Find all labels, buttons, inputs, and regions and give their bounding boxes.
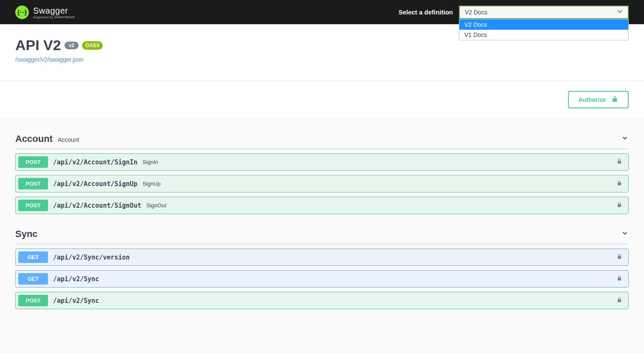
- method-badge: GET: [18, 273, 48, 285]
- tag-name: Account: [15, 133, 53, 144]
- brand-name: Swagger: [33, 6, 75, 16]
- tag-section-sync: Sync GET /api/v2/Sync/version GET /api/v…: [15, 224, 629, 309]
- spec-url-link[interactable]: /swagger/v2/swagger.json: [15, 56, 84, 63]
- op-account-signin[interactable]: POST /api/v2/Account/SignIn SignIn: [15, 153, 629, 171]
- method-badge: POST: [18, 178, 48, 189]
- definition-dropdown: V2 Docs V1 Docs: [459, 19, 629, 40]
- tag-description: Account: [58, 136, 79, 143]
- logo-text: Swagger Supported by SMARTBEAR: [33, 6, 75, 19]
- definition-option-v1[interactable]: V1 Docs: [459, 30, 628, 40]
- op-path: /api/v2/Sync: [53, 275, 99, 283]
- topbar: {···} Swagger Supported by SMARTBEAR Sel…: [0, 0, 644, 24]
- definition-select-wrap: V2 Docs V2 Docs V1 Docs: [459, 6, 629, 19]
- method-badge: POST: [18, 156, 48, 168]
- definition-selector: Select a definition V2 Docs V2 Docs V1 D…: [399, 6, 629, 19]
- oas-badge: OAS3: [82, 41, 103, 50]
- brand-tagline: Supported by SMARTBEAR: [33, 16, 75, 19]
- method-badge: POST: [18, 200, 48, 211]
- swagger-logo-icon: {···}: [15, 6, 29, 19]
- lock-icon: [616, 254, 622, 261]
- authorize-label: Authorize: [578, 96, 606, 103]
- op-path: /api/v2/Sync: [53, 297, 99, 305]
- lock-icon: [616, 297, 622, 305]
- chevron-down-icon: [621, 134, 629, 144]
- operations-wrapper: Account Account POST /api/v2/Account/Sig…: [0, 129, 644, 326]
- op-account-signout[interactable]: POST /api/v2/Account/SignOut SignOut: [15, 197, 629, 214]
- method-badge: GET: [18, 251, 48, 263]
- api-title: API V2: [15, 37, 61, 54]
- definition-label: Select a definition: [399, 8, 453, 16]
- tag-header-account[interactable]: Account Account: [15, 129, 629, 149]
- logo: {···} Swagger Supported by SMARTBEAR: [15, 6, 75, 19]
- tag-name: Sync: [15, 229, 38, 240]
- unlock-icon: [611, 95, 619, 104]
- lock-icon: [616, 275, 622, 283]
- api-version-badge: v2: [65, 42, 79, 49]
- chevron-down-icon: [616, 8, 624, 17]
- method-badge: POST: [18, 295, 48, 306]
- chevron-down-icon: [621, 229, 629, 239]
- definition-option-v2[interactable]: V2 Docs: [459, 20, 628, 30]
- scheme-container: Authorize: [0, 81, 644, 119]
- op-account-signup[interactable]: POST /api/v2/Account/SignUp SignUp: [15, 175, 629, 192]
- tag-header-sync[interactable]: Sync: [15, 224, 629, 244]
- op-sync-post[interactable]: POST /api/v2/Sync: [15, 292, 629, 309]
- op-sync-get[interactable]: GET /api/v2/Sync: [15, 270, 629, 288]
- tag-section-account: Account Account POST /api/v2/Account/Sig…: [15, 129, 629, 214]
- op-summary: SignIn: [143, 159, 158, 165]
- op-path: /api/v2/Sync/version: [53, 254, 130, 261]
- definition-select[interactable]: V2 Docs: [459, 6, 629, 19]
- op-path: /api/v2/Account/SignUp: [53, 180, 138, 188]
- authorize-button[interactable]: Authorize: [568, 91, 629, 108]
- lock-icon: [616, 180, 622, 188]
- lock-icon: [616, 158, 622, 166]
- op-path: /api/v2/Account/SignIn: [53, 158, 138, 166]
- definition-selected-value: V2 Docs: [465, 9, 487, 16]
- op-sync-version[interactable]: GET /api/v2/Sync/version: [15, 249, 629, 266]
- op-summary: SignUp: [143, 181, 161, 187]
- op-summary: SignOut: [146, 202, 166, 209]
- lock-icon: [616, 202, 622, 209]
- op-path: /api/v2/Account/SignOut: [53, 202, 141, 209]
